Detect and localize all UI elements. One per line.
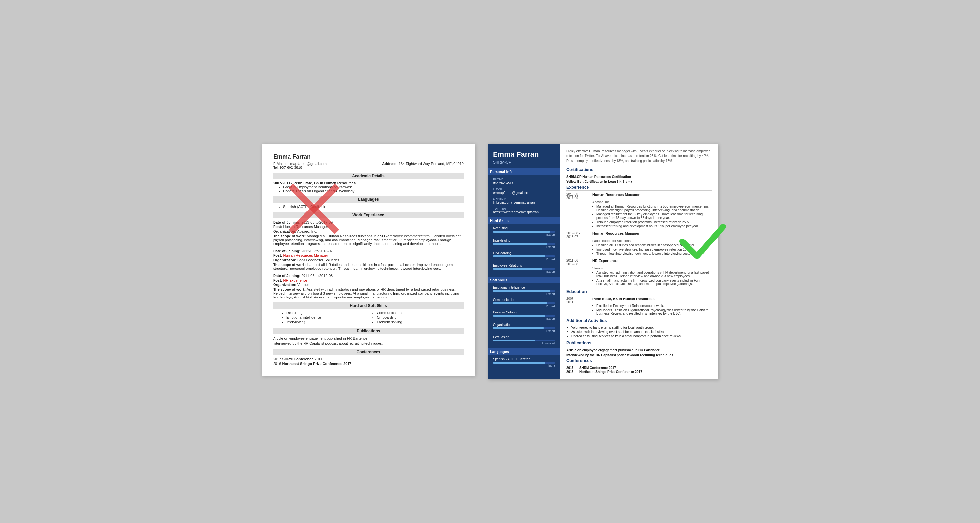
skill-1: Emotional intelligence xyxy=(286,315,373,320)
exp3-b2: At a small manufacturing firm, organized… xyxy=(596,278,712,286)
section-academic: Academic Details xyxy=(273,173,464,179)
conf-1: 2017 SHRM Conference 2017 xyxy=(273,357,464,361)
right-conf-2: 2016 Northeast Shingo Prize Conference 2… xyxy=(566,370,712,374)
email-label-right: E-mail xyxy=(493,188,555,191)
exp3-b1: Assisted with administration and operati… xyxy=(596,271,712,278)
exp-title: Experience xyxy=(566,185,712,191)
edu-years: 2007-2011 - xyxy=(273,181,293,185)
languages-title: Languages xyxy=(488,348,560,355)
work3-date: Date of Joining: 2011-06 to 2012-08 xyxy=(273,274,464,278)
section-work: Work Experience xyxy=(273,212,464,218)
work1-org: Organization: Abaveo, Inc. xyxy=(273,229,464,233)
exp1-b1: Managed all Human Resources functions in… xyxy=(596,205,712,212)
email-value: emmapfarran@gmail.com xyxy=(285,162,327,165)
exp1-title: Human Resources Manager xyxy=(592,192,640,200)
cert-2: Yellow Belt Certification in Lean Six Si… xyxy=(566,180,712,183)
exp1-company: Abaveo, Inc. xyxy=(592,200,712,204)
edu-bullet-1: Great in Employment Relations coursework xyxy=(283,185,464,189)
work1-date: Date of Joining: 2013-08 to 2017-09 xyxy=(273,220,464,224)
address-value: 134 Rightward Way Portland, ME, 04019 xyxy=(399,162,464,165)
section-conferences: Conferences xyxy=(273,349,464,355)
work2-date: Date of Joining: 2012-08 to 2013-07 xyxy=(273,249,464,253)
exp3-bullets: Assisted with administration and operati… xyxy=(592,271,712,286)
exp3-title: HR Experience xyxy=(592,259,618,266)
exp-entry-3: 2011-06 -2012-08 HR Experience Various A… xyxy=(566,259,712,286)
twitter-label: Twitter xyxy=(493,207,555,210)
edu-dates: 2007 -2011 xyxy=(566,297,589,304)
exp-entry-1: 2013-08 -2017-09 Human Resources Manager… xyxy=(566,192,712,228)
work2-post: Post: Human Resources Manager xyxy=(273,254,464,258)
work2-org: Organization: Ladd Leadbetter Solutions xyxy=(273,258,464,262)
skill-emotional: Emotional Intelligence Expert xyxy=(493,286,555,296)
work3-org: Organization: Various xyxy=(273,283,464,287)
main-container: Emma Farran E-Mail: emmapfarran@gmail.co… xyxy=(262,144,718,379)
pub-2: Interviewed by the HR Capitalist podcast… xyxy=(273,342,464,345)
edu-b2: My Honors Thesis on Organizational Psych… xyxy=(596,308,712,315)
exp3-company: Various xyxy=(592,267,712,270)
skill-bar-fill-recruiting xyxy=(493,231,550,233)
skill-2: Interviewing xyxy=(286,320,373,324)
language-item: Spanish (ACTFL Certified) xyxy=(283,205,464,208)
sidebar-name: Emma Farran xyxy=(493,150,555,159)
add-b3: Offered consulting services to train a s… xyxy=(571,334,712,338)
exp2-b2: Improved incentive structure. Increased … xyxy=(596,248,712,251)
skill-recruiting: Recruiting Expert xyxy=(493,226,555,236)
right-sidebar: Emma Farran SHRM-CP Personal Info Phone … xyxy=(488,144,560,379)
edu-b1: Excelled in Employment Relations coursew… xyxy=(596,304,712,308)
section-languages: Languages xyxy=(273,196,464,203)
skill-problem-solving: Problem Solving Expert xyxy=(493,310,555,320)
exp1-bullets: Managed all Human Resources functions in… xyxy=(592,205,712,228)
cert-1: SHRM-CP Human Resources Certification xyxy=(566,175,712,178)
hard-skills-title: Hard Skills xyxy=(488,217,560,224)
edu-bullet-2: Honors Thesis on Organizational Psycholo… xyxy=(283,189,464,193)
email-value-right: emmapfarran@gmail.com xyxy=(493,191,555,194)
education-item: 2007-2011 - Penn State, BS in Human Reso… xyxy=(273,181,464,193)
exp2-company: Ladd Leadbetter Solutions xyxy=(592,239,712,243)
exp-entry-2: 2012-08 -2013-07 Human Resources Manager… xyxy=(566,231,712,256)
edu-degree: Penn State, BS in Human Resources xyxy=(592,297,655,304)
pub-1: Article on employee engagement published… xyxy=(273,336,464,340)
contact-right: Address: 134 Rightward Way Portland, ME,… xyxy=(382,162,464,169)
skill-employee-relations: Employee Relations Expert xyxy=(493,264,555,273)
additional-title: Additional Activities xyxy=(566,318,712,324)
work-entry-2: Date of Joining: 2012-08 to 2013-07 Post… xyxy=(273,249,464,270)
tel-value: 937-602-3818 xyxy=(280,165,302,169)
skill-0: Recruiting xyxy=(286,311,373,315)
exp2-b3: Through lean interviewing techniques, lo… xyxy=(596,252,712,256)
edu-entry-1: 2007 -2011 Penn State, BS in Human Resou… xyxy=(566,297,712,315)
cert-title: Certifications xyxy=(566,167,712,173)
languages-text: Spanish (ACTFL Certified) xyxy=(273,205,464,208)
exp2-title: Human Resources Manager xyxy=(592,231,640,238)
left-name: Emma Farran xyxy=(273,154,464,160)
skill-bar-bg-interviewing xyxy=(493,243,555,245)
exp1-b3: Through employee retention programs, inc… xyxy=(596,220,712,224)
sidebar-personal-title: Personal Info xyxy=(488,169,560,175)
skill-bar-fill-interviewing xyxy=(493,243,547,245)
skills-list: Recruiting Emotional intelligence Interv… xyxy=(286,311,464,324)
edu-bullets: Great in Employment Relations coursework… xyxy=(283,185,464,193)
skill-onboarding: On-Boarding Expert xyxy=(493,251,555,261)
email-label: E-Mail: xyxy=(273,162,284,165)
skill-organization: Organization Expert xyxy=(493,323,555,333)
right-pub-1: Article on employee engagement published… xyxy=(566,348,712,352)
linkedin-value: linkedin.com/in/emmapfarran xyxy=(493,201,555,204)
add-b2: Assisted with interviewing event staff f… xyxy=(571,330,712,334)
skill-bar-bg-onboarding xyxy=(493,256,555,258)
edu-bullets-right: Excelled in Employment Relations coursew… xyxy=(592,304,712,315)
address-label: Address: xyxy=(382,162,398,165)
skill-bar-bg-recruiting xyxy=(493,231,555,233)
work1-scope: The scope of work: Managed all Human Res… xyxy=(273,234,464,246)
work-entry-1: Date of Joining: 2013-08 to 2017-09 Post… xyxy=(273,220,464,246)
exp3-dates: 2011-06 -2012-08 xyxy=(566,259,589,266)
add-b1: Volunteered to handle temp staffing for … xyxy=(571,326,712,329)
exp2-b1: Handled all HR duties and responsibiliti… xyxy=(596,243,712,247)
work-entry-3: Date of Joining: 2011-06 to 2012-08 Post… xyxy=(273,274,464,299)
contact-left: E-Mail: emmapfarran@gmail.com Tel: 937-6… xyxy=(273,162,327,169)
phone-label: Phone xyxy=(493,178,555,181)
additional-bullets: Volunteered to handle temp staffing for … xyxy=(566,326,712,338)
work3-scope: The scope of work: Assisted with adminis… xyxy=(273,288,464,299)
right-main: Highly effective Human Resources manager… xyxy=(560,144,718,379)
conf-title-right: Conferences xyxy=(566,358,712,364)
work2-scope: The scope of work: Handled all HR duties… xyxy=(273,262,464,270)
work3-post: Post: HR Experience xyxy=(273,278,464,282)
